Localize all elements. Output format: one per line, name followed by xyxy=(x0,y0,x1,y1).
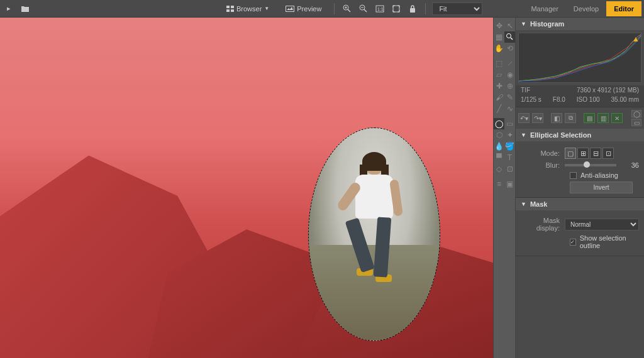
tool-rotate-icon[interactable]: ⟲ xyxy=(504,43,515,54)
antialias-checkbox[interactable] xyxy=(570,172,577,179)
svg-rect-4 xyxy=(286,6,294,11)
mode-subtract-button[interactable]: ⊟ xyxy=(590,148,601,159)
svg-line-17 xyxy=(511,38,513,40)
tool-layers-icon[interactable]: ≡ xyxy=(494,178,504,190)
chevron-down-icon: ▼ xyxy=(521,132,526,138)
chevron-down-icon: ▼ xyxy=(521,201,526,207)
blur-label: Blur: xyxy=(521,161,565,169)
tool-ellipse-select-icon[interactable]: ◯ xyxy=(494,118,504,129)
tool-mask-icon[interactable]: ▣ xyxy=(504,178,515,190)
preview-button[interactable]: Preview xyxy=(279,3,328,15)
tool-curve-icon[interactable]: ∿ xyxy=(504,103,515,114)
redo-icon[interactable]: ↷▾ xyxy=(532,113,543,123)
rect-shape-icon[interactable]: ▭ xyxy=(631,119,641,126)
undo-icon[interactable]: ↶▾ xyxy=(518,113,530,123)
tab-editor[interactable]: Editor xyxy=(606,1,641,16)
mode-label: Mode: xyxy=(521,149,565,157)
zoom-in-icon[interactable] xyxy=(341,3,353,15)
mask-display-label: Mask display: xyxy=(521,217,565,232)
tool-strip: ✥↖ ▦ ✋⟲ ⬚⟋ ▱◉ ✚⊕ 🖌✎ ╱∿ ◯▭ ⬡✦ 💧🪣 ▀T ◇⊡ ≡▣ xyxy=(493,18,516,358)
tool-shape-icon[interactable]: ◇ xyxy=(494,163,504,175)
tool-hand-icon[interactable]: ✋ xyxy=(494,43,504,54)
histogram-title: Histogram xyxy=(530,20,564,28)
copy-icon[interactable]: ⧉ xyxy=(565,113,576,123)
svg-rect-0 xyxy=(226,6,230,8)
tool-move-icon[interactable]: ✥ xyxy=(494,20,504,31)
menu-icon[interactable]: ▸ xyxy=(3,3,15,15)
svg-rect-3 xyxy=(231,9,234,12)
tab-develop[interactable]: Develop xyxy=(566,1,606,16)
mask-display-select[interactable]: Normal xyxy=(565,219,639,231)
invert-button[interactable]: Invert xyxy=(570,182,633,193)
elliptical-title: Elliptical Selection xyxy=(530,131,591,139)
tool-eye-icon[interactable]: ◉ xyxy=(504,69,515,80)
svg-rect-1 xyxy=(231,6,234,8)
preset3-icon[interactable]: ✕ xyxy=(611,113,623,123)
tool-text-icon[interactable]: T xyxy=(504,152,515,163)
tool-rect-select-icon[interactable]: ▭ xyxy=(504,118,515,129)
folder-icon[interactable] xyxy=(19,3,31,15)
svg-line-10 xyxy=(364,9,367,12)
preset2-icon[interactable]: ▥ xyxy=(597,113,609,123)
tool-clone-icon[interactable]: ⊕ xyxy=(504,80,515,92)
antialias-label: Anti-aliasing xyxy=(580,171,618,179)
mode-add-button[interactable]: ⊞ xyxy=(577,148,589,159)
tool-heal-icon[interactable]: ✚ xyxy=(494,80,504,92)
blur-value[interactable]: 36 xyxy=(620,161,639,169)
tool-grid-icon[interactable]: ▦ xyxy=(494,31,504,43)
zoom-select[interactable]: Fit xyxy=(432,3,482,15)
mode-normal-button[interactable]: ▢ xyxy=(565,148,576,159)
tool-dropper-icon[interactable]: 💧 xyxy=(494,141,504,152)
blur-slider[interactable] xyxy=(565,164,616,166)
tool-fill-icon[interactable]: 🪣 xyxy=(504,141,515,152)
tab-manager[interactable]: Manager xyxy=(523,1,565,16)
format-value: TIF xyxy=(521,87,530,94)
canvas[interactable] xyxy=(0,18,493,358)
histogram-chart[interactable]: ▲ xyxy=(518,33,641,83)
svg-rect-14 xyxy=(393,6,399,12)
mode-intersect-button[interactable]: ⊡ xyxy=(602,148,614,159)
zoom-1to1-icon[interactable]: 1:1 xyxy=(374,3,386,15)
ellipse-shape-icon[interactable]: ◯ xyxy=(631,110,641,117)
zoom-out-icon[interactable] xyxy=(357,3,370,15)
compare-icon[interactable]: ◧ xyxy=(551,113,562,123)
histogram-header[interactable]: ▼ Histogram i xyxy=(516,18,644,30)
tool-line-icon[interactable]: ╱ xyxy=(494,103,504,114)
tool-crop-icon[interactable]: ⬚ xyxy=(494,58,504,69)
focal-value: 35.00 mm xyxy=(611,96,639,103)
elliptical-header[interactable]: ▼ Elliptical Selection xyxy=(516,129,644,141)
quick-actions: ↶▾ ↷▾ ◧ ⧉ ▤ ▥ ✕ ◯ ▭ xyxy=(516,107,644,129)
lock-icon[interactable] xyxy=(406,3,419,15)
aperture-value: F8.0 xyxy=(553,96,565,103)
tool-lasso-icon[interactable]: ⬡ xyxy=(494,129,504,141)
warning-icon: ▲ xyxy=(632,35,640,43)
tool-straighten-icon[interactable]: ⟋ xyxy=(504,58,515,69)
chevron-down-icon: ▼ xyxy=(521,21,526,27)
outline-checkbox[interactable]: ✓ xyxy=(570,239,576,246)
browser-button[interactable]: Browser▼ xyxy=(220,3,275,15)
tool-pencil-icon[interactable]: ✎ xyxy=(504,92,515,103)
preset1-icon[interactable]: ▤ xyxy=(584,113,595,123)
zoom-fit-icon[interactable] xyxy=(390,3,402,15)
dimensions-value: 7360 x 4912 (192 MB) xyxy=(577,87,639,94)
svg-line-6 xyxy=(348,9,350,12)
iso-value: ISO 100 xyxy=(577,96,600,103)
svg-point-16 xyxy=(506,34,511,38)
tool-wand-icon[interactable]: ✦ xyxy=(504,129,515,141)
elliptical-selection[interactable] xyxy=(308,127,440,341)
person-subject xyxy=(343,155,406,293)
outline-label: Show selection outline xyxy=(580,234,639,249)
tool-gradient-icon[interactable]: ▀ xyxy=(494,152,504,163)
svg-rect-15 xyxy=(410,8,415,13)
tool-brush-icon[interactable]: 🖌 xyxy=(494,92,504,103)
svg-text:1:1: 1:1 xyxy=(377,7,384,11)
top-toolbar: ▸ Browser▼ Preview 1:1 Fit Manager Devel… xyxy=(0,0,644,18)
tool-arrow-icon[interactable]: ↖ xyxy=(504,20,515,31)
tool-stamp-icon[interactable]: ⊡ xyxy=(504,163,515,175)
shutter-value: 1/125 s xyxy=(521,96,541,103)
tool-zoom-icon[interactable] xyxy=(504,31,515,43)
svg-rect-2 xyxy=(226,9,230,12)
right-panel: ▼ Histogram i ▲ TIF 7360 x 4912 (192 MB)… xyxy=(516,18,644,358)
tool-perspective-icon[interactable]: ▱ xyxy=(494,69,504,80)
mask-header[interactable]: ▼ Mask xyxy=(516,198,644,210)
